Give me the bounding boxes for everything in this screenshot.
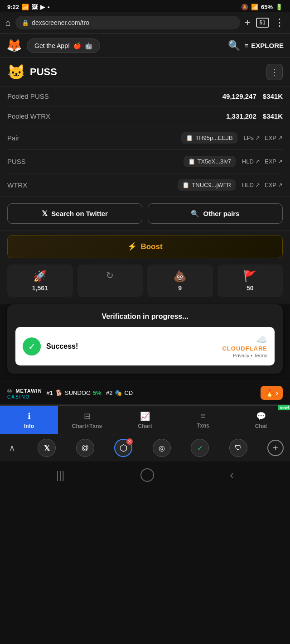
lps-link[interactable]: LPs ↗ — [244, 135, 260, 141]
check-icon-button[interactable]: ✓ — [191, 439, 209, 457]
chart-tab-icon: 📈 — [140, 411, 150, 421]
ad-sub: CASINO — [7, 394, 42, 399]
add-tab-button[interactable]: + — [245, 17, 251, 29]
ad-banner[interactable]: Ⓜ METAWIN CASINO #1 🐕 SUNDOG 5% #2 🎭 CD … — [0, 381, 290, 405]
app-header: 🦊 Get the App! 🍎 🤖 🔍 ≡ EXPLORE — [0, 34, 290, 58]
pair-address[interactable]: 📋 TH95p...EEJB — [181, 132, 237, 144]
ad-item-2: #2 🎭 CD — [106, 389, 133, 396]
chart-txns-tab-label: Chart+Txns — [72, 423, 102, 429]
flag-stat[interactable]: 🚩 50 — [218, 264, 283, 297]
wtrx-token-row: WTRX 📋 TNUC9...jWFR HLD ↗ EXP ↗ — [7, 173, 283, 197]
status-right: 🔕 📶 65% 🔋 — [241, 4, 283, 10]
android-icon: 🤖 — [85, 42, 92, 49]
wtrx-exp-link[interactable]: EXP ↗ — [265, 182, 283, 188]
twitter-icon: 𝕏 — [44, 444, 50, 452]
verification-card: Verification in progress... ✓ Success! ☁… — [7, 304, 283, 374]
tab-txns[interactable]: ≡ Txns — [174, 406, 232, 434]
browser-actions: + 51 ⋮ — [245, 17, 285, 29]
cloudflare-name: CLOUDFLARE — [222, 345, 267, 352]
nav-home-button[interactable] — [140, 468, 154, 482]
puss-address[interactable]: 📋 TX5eX...3iv7 — [184, 156, 236, 167]
chart-tab-label: Chart — [138, 423, 152, 429]
browser-back-button[interactable]: ∧ — [6, 440, 18, 456]
tab-chart[interactable]: 📈 Chart — [116, 406, 174, 434]
explore-button[interactable]: ≡ EXPLORE — [245, 42, 284, 49]
poop-stat[interactable]: 💩 9 — [147, 264, 213, 297]
search-button[interactable]: 🔍 — [228, 40, 240, 52]
external-link-icon-3: ↗ — [255, 158, 260, 165]
puss-exp-link[interactable]: EXP ↗ — [265, 158, 283, 165]
video-icon: ▶ — [40, 4, 45, 10]
copy-icon-puss: 📋 — [188, 158, 195, 165]
nav-back-icon[interactable]: ||| — [56, 469, 65, 481]
tab-info[interactable]: ℹ Info — [0, 406, 58, 434]
security-icon: 🔒 — [22, 19, 29, 26]
search-icon: 🔍 — [191, 210, 199, 218]
token-avatar: 🐱 — [7, 63, 25, 81]
external-link-icon-5: ↗ — [255, 182, 260, 188]
get-app-label: Get the App! — [34, 42, 70, 49]
wtrx-hld-label: HLD — [242, 182, 254, 188]
hamburger-icon: ≡ — [245, 42, 249, 49]
puss-hld-link[interactable]: HLD ↗ — [242, 158, 260, 165]
phone-nav: ||| ‹ — [0, 461, 290, 489]
tab-chart-txns[interactable]: ⊟ Chart+Txns — [58, 406, 116, 434]
terms-link[interactable]: Terms — [254, 353, 267, 358]
stats-row: 🚀 1,561 ↻ 💩 9 🚩 50 — [0, 264, 290, 304]
success-text: Success! — [46, 342, 78, 351]
browser-bar: ⌂ 🔒 dexscreener.com/tro + 51 ⋮ — [0, 12, 290, 34]
info-section: Pooled PUSS 49,129,247 $341K Pooled WTRX… — [0, 87, 290, 197]
home-button[interactable]: ⌂ — [5, 18, 11, 28]
external-link-icon-2: ↗ — [278, 135, 283, 141]
get-app-button[interactable]: Get the App! 🍎 🤖 — [27, 38, 100, 53]
ad-fire-button[interactable]: 🔥 › — [261, 386, 283, 400]
rocket-stat[interactable]: 🚀 1,561 — [7, 264, 73, 297]
at-icon-button[interactable]: @ — [76, 439, 94, 457]
url-text: dexscreener.com/tro — [32, 19, 89, 26]
status-left: 9:22 📶 🖼 ▶ • — [7, 4, 50, 10]
ad-brand: METAWIN — [15, 388, 42, 394]
tab-count[interactable]: 51 — [256, 18, 269, 28]
txns-tab-icon: ≡ — [201, 411, 206, 421]
pooled-wtrx-label: Pooled WTRX — [7, 112, 50, 120]
plus-icon: + — [273, 443, 278, 453]
info-tab-label: Info — [24, 423, 34, 429]
add-icon-button[interactable]: + — [267, 440, 284, 456]
cloudflare-box: ✓ Success! ☁️ CLOUDFLARE Privacy • Terms — [15, 327, 275, 365]
pooled-puss-values: 49,129,247 $341K — [222, 92, 283, 100]
nav-back-button[interactable]: ‹ — [230, 468, 234, 482]
other-pairs-button[interactable]: 🔍 Other pairs — [148, 203, 283, 224]
active-icon-button[interactable]: ⬡ ✕ — [114, 439, 132, 457]
time: 9:22 — [7, 4, 19, 10]
cloudflare-links: Privacy • Terms — [222, 353, 267, 358]
search-twitter-button[interactable]: 𝕏 Search on Twitter — [7, 203, 142, 224]
pair-exp-link[interactable]: EXP ↗ — [265, 135, 283, 141]
poop-icon: 💩 — [173, 270, 187, 283]
image-icon: 🖼 — [32, 4, 38, 10]
url-bar[interactable]: 🔒 dexscreener.com/tro — [15, 16, 240, 29]
spinner-stat[interactable]: ↻ — [77, 264, 143, 297]
wtrx-token-values: 📋 TNUC9...jWFR HLD ↗ EXP ↗ — [178, 179, 283, 191]
ad-coin-2-icon: 🎭 — [115, 389, 122, 396]
puss-exp-label: EXP — [265, 158, 276, 165]
wtrx-address[interactable]: 📋 TNUC9...jWFR — [178, 179, 236, 191]
twitter-icon-button[interactable]: 𝕏 — [38, 439, 56, 457]
more-menu-button[interactable]: ⋮ — [275, 17, 285, 29]
circle-icon-button[interactable]: ◎ — [153, 439, 171, 457]
close-dot[interactable]: ✕ — [126, 438, 133, 445]
flag-icon: 🚩 — [243, 270, 257, 283]
shield-icon-button[interactable]: 🛡 — [229, 439, 247, 457]
ad-logo-block: Ⓜ METAWIN CASINO — [7, 386, 42, 399]
wtrx-hld-link[interactable]: HLD ↗ — [242, 182, 260, 188]
ad-item-1: #1 🐕 SUNDOG 5% — [47, 389, 102, 396]
ad-name-1: SUNDOG — [65, 389, 91, 396]
puss-token-values: 📋 TX5eX...3iv7 HLD ↗ EXP ↗ — [184, 156, 283, 167]
privacy-link[interactable]: Privacy — [233, 353, 249, 358]
boost-button[interactable]: ⚡ Boost — [7, 235, 283, 258]
ad-pct-1: 5% — [93, 389, 102, 396]
pooled-puss-usd: $341K — [263, 92, 283, 100]
battery-icon: 🔋 — [276, 4, 283, 10]
tab-chat[interactable]: 💬 new! Chat — [232, 406, 290, 434]
pooled-puss-amount: 49,129,247 — [222, 92, 256, 100]
token-menu-button[interactable]: ⋮ — [266, 64, 283, 80]
